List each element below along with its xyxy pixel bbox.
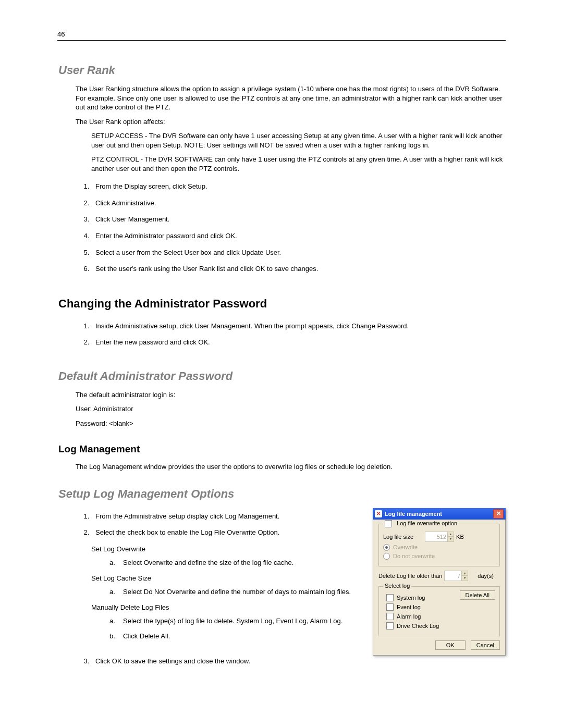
heading-default-password: Default Administrator Password (58, 369, 506, 383)
dialog-titlebar[interactable]: Log file management ✕ (373, 508, 506, 520)
change-password-steps: Inside Administrative setup, click User … (91, 318, 506, 351)
group-select-log-legend: Select log (383, 583, 411, 589)
log-management-dialog-figure: Log file management ✕ Log file overwrite… (373, 508, 506, 656)
default-user: User: Administrator (76, 404, 506, 414)
heading-log-management: Log Management (58, 443, 506, 455)
ok-button[interactable]: OK (435, 640, 466, 650)
step: Enter the new password and click OK. (91, 334, 506, 351)
setup-access-para: SETUP ACCESS - The DVR Software can only… (91, 131, 506, 150)
spinner-icon[interactable]: ▲▼ (461, 571, 468, 581)
system-log-row: System log (386, 594, 460, 601)
overwrite-option-checkbox[interactable] (385, 520, 392, 527)
kb-label: KB (456, 534, 464, 540)
log-management-dialog: Log file management ✕ Log file overwrite… (373, 508, 506, 656)
spinner-icon[interactable]: ▲▼ (447, 532, 454, 541)
user-rank-steps: From the Display screen, click Setup. Cl… (91, 178, 506, 277)
ptz-control-para: PTZ CONTROL - The DVR SOFTWARE can only … (91, 155, 506, 173)
delete-older-row: Delete Log file older than 7 ▲▼ day(s) (378, 571, 500, 581)
drive-check-log-checkbox[interactable] (386, 622, 394, 630)
log-file-size-label: Log file size (383, 534, 413, 540)
days-input[interactable]: 7 ▲▼ (444, 571, 468, 581)
dialog-app-icon (375, 510, 382, 517)
overwrite-radio[interactable] (383, 544, 390, 551)
event-log-checkbox[interactable] (386, 603, 394, 611)
days-unit: day(s) (478, 573, 494, 579)
do-not-overwrite-row: Do not overwrite (383, 553, 495, 560)
dialog-body: Log file overwrite option Log file size … (373, 520, 506, 656)
header-rule (57, 40, 506, 41)
heading-change-password: Changing the Administrator Password (58, 297, 506, 311)
default-password: Password: <blank> (76, 419, 506, 428)
dialog-title-text: Log file management (385, 511, 442, 517)
step: Set the user's rank using the User Rank … (91, 261, 506, 277)
default-login-text: The default administrator login is: (76, 390, 506, 400)
cancel-button[interactable]: Cancel (471, 640, 500, 650)
step: Select a user from the Select User box a… (91, 244, 506, 261)
step: Inside Administrative setup, click User … (91, 318, 506, 335)
log-file-size-input[interactable]: 512 ▲▼ (425, 532, 454, 542)
step: Click User Management. (91, 211, 506, 228)
overwrite-radio-row: Overwrite (383, 544, 495, 551)
log-management-p1: The Log Management window provides the u… (76, 462, 506, 472)
group-select-log: Select log System log Event log Alarm lo… (378, 586, 500, 636)
alarm-log-row: Alarm log (386, 613, 460, 620)
delete-all-button[interactable]: Delete All (460, 590, 495, 600)
ptz-control-body: - The DVR SOFTWARE can only have 1 user … (91, 155, 503, 172)
system-log-checkbox[interactable] (386, 594, 394, 601)
heading-user-rank: User Rank (58, 64, 506, 77)
setup-access-head: SETUP ACCESS (91, 132, 143, 140)
dialog-button-row: OK Cancel (378, 640, 500, 650)
ptz-control-head: PTZ CONTROL (91, 155, 139, 163)
group-overwrite-option: Log file overwrite option Log file size … (378, 524, 500, 566)
page-number: 46 (57, 30, 506, 38)
do-not-overwrite-radio[interactable] (383, 553, 390, 560)
step: Enter the Administrator password and cli… (91, 228, 506, 244)
close-icon[interactable]: ✕ (493, 509, 504, 519)
event-log-row: Event log (386, 603, 460, 611)
step: From the Display screen, click Setup. (91, 178, 506, 195)
step: Click Administrative. (91, 195, 506, 212)
alarm-log-checkbox[interactable] (386, 613, 394, 620)
setup-access-body: - The DVR Software can only have 1 user … (91, 132, 503, 149)
delete-older-label: Delete Log file older than (378, 573, 442, 579)
user-rank-p1: The User Ranking structure allows the op… (76, 84, 506, 112)
log-file-size-row: Log file size 512 ▲▼ KB (383, 532, 495, 542)
heading-setup-log-options: Setup Log Management Options (58, 487, 506, 501)
group-overwrite-legend: Log file overwrite option (383, 520, 459, 527)
drive-check-log-row: Drive Check Log (386, 622, 460, 630)
user-rank-p2: The User Rank option affects: (76, 117, 506, 127)
